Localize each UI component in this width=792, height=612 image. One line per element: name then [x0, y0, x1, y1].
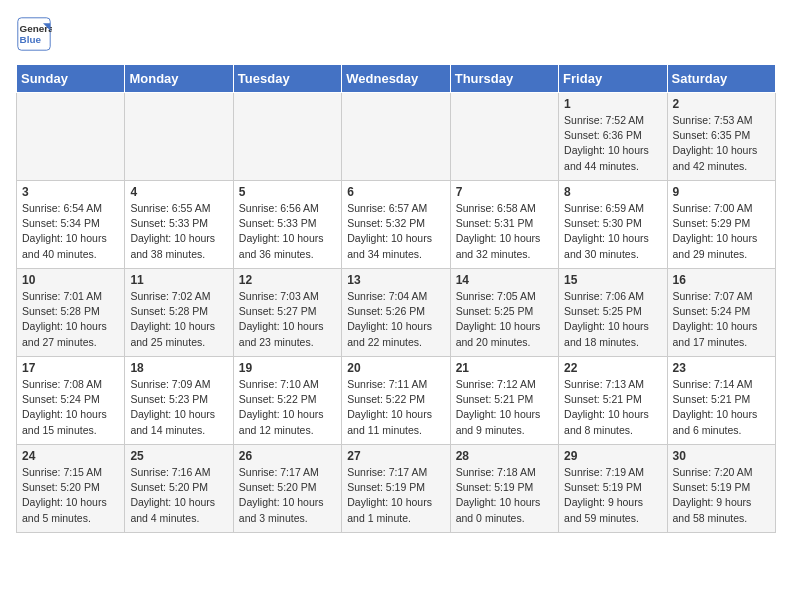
calendar-cell: 29Sunrise: 7:19 AM Sunset: 5:19 PM Dayli…: [559, 445, 667, 533]
day-number: 19: [239, 361, 336, 375]
calendar-week: 17Sunrise: 7:08 AM Sunset: 5:24 PM Dayli…: [17, 357, 776, 445]
day-number: 30: [673, 449, 770, 463]
day-number: 18: [130, 361, 227, 375]
day-info: Sunrise: 6:59 AM Sunset: 5:30 PM Dayligh…: [564, 201, 661, 262]
day-info: Sunrise: 7:17 AM Sunset: 5:19 PM Dayligh…: [347, 465, 444, 526]
day-info: Sunrise: 7:05 AM Sunset: 5:25 PM Dayligh…: [456, 289, 553, 350]
calendar-week: 3Sunrise: 6:54 AM Sunset: 5:34 PM Daylig…: [17, 181, 776, 269]
day-header: Friday: [559, 65, 667, 93]
day-info: Sunrise: 7:14 AM Sunset: 5:21 PM Dayligh…: [673, 377, 770, 438]
day-header: Sunday: [17, 65, 125, 93]
day-info: Sunrise: 6:58 AM Sunset: 5:31 PM Dayligh…: [456, 201, 553, 262]
day-info: Sunrise: 7:16 AM Sunset: 5:20 PM Dayligh…: [130, 465, 227, 526]
logo: General Blue: [16, 16, 52, 52]
calendar-cell: 19Sunrise: 7:10 AM Sunset: 5:22 PM Dayli…: [233, 357, 341, 445]
day-number: 16: [673, 273, 770, 287]
day-info: Sunrise: 7:20 AM Sunset: 5:19 PM Dayligh…: [673, 465, 770, 526]
day-number: 12: [239, 273, 336, 287]
calendar-cell: [125, 93, 233, 181]
day-number: 6: [347, 185, 444, 199]
calendar-cell: 30Sunrise: 7:20 AM Sunset: 5:19 PM Dayli…: [667, 445, 775, 533]
calendar-cell: 21Sunrise: 7:12 AM Sunset: 5:21 PM Dayli…: [450, 357, 558, 445]
day-header: Saturday: [667, 65, 775, 93]
calendar-cell: 2Sunrise: 7:53 AM Sunset: 6:35 PM Daylig…: [667, 93, 775, 181]
day-number: 8: [564, 185, 661, 199]
calendar-cell: 22Sunrise: 7:13 AM Sunset: 5:21 PM Dayli…: [559, 357, 667, 445]
svg-text:Blue: Blue: [20, 34, 42, 45]
calendar-cell: 17Sunrise: 7:08 AM Sunset: 5:24 PM Dayli…: [17, 357, 125, 445]
calendar-cell: 12Sunrise: 7:03 AM Sunset: 5:27 PM Dayli…: [233, 269, 341, 357]
day-info: Sunrise: 7:52 AM Sunset: 6:36 PM Dayligh…: [564, 113, 661, 174]
day-number: 3: [22, 185, 119, 199]
calendar-cell: 10Sunrise: 7:01 AM Sunset: 5:28 PM Dayli…: [17, 269, 125, 357]
calendar-cell: 16Sunrise: 7:07 AM Sunset: 5:24 PM Dayli…: [667, 269, 775, 357]
day-number: 11: [130, 273, 227, 287]
day-info: Sunrise: 7:00 AM Sunset: 5:29 PM Dayligh…: [673, 201, 770, 262]
day-number: 28: [456, 449, 553, 463]
day-number: 26: [239, 449, 336, 463]
day-header: Thursday: [450, 65, 558, 93]
calendar-cell: 5Sunrise: 6:56 AM Sunset: 5:33 PM Daylig…: [233, 181, 341, 269]
day-info: Sunrise: 7:15 AM Sunset: 5:20 PM Dayligh…: [22, 465, 119, 526]
calendar-cell: 26Sunrise: 7:17 AM Sunset: 5:20 PM Dayli…: [233, 445, 341, 533]
calendar-cell: 9Sunrise: 7:00 AM Sunset: 5:29 PM Daylig…: [667, 181, 775, 269]
calendar-week: 1Sunrise: 7:52 AM Sunset: 6:36 PM Daylig…: [17, 93, 776, 181]
page-header: General Blue: [16, 16, 776, 52]
calendar-cell: 25Sunrise: 7:16 AM Sunset: 5:20 PM Dayli…: [125, 445, 233, 533]
day-number: 1: [564, 97, 661, 111]
calendar-cell: 4Sunrise: 6:55 AM Sunset: 5:33 PM Daylig…: [125, 181, 233, 269]
calendar-cell: 28Sunrise: 7:18 AM Sunset: 5:19 PM Dayli…: [450, 445, 558, 533]
day-number: 10: [22, 273, 119, 287]
calendar-cell: 8Sunrise: 6:59 AM Sunset: 5:30 PM Daylig…: [559, 181, 667, 269]
day-number: 24: [22, 449, 119, 463]
day-number: 4: [130, 185, 227, 199]
day-header: Wednesday: [342, 65, 450, 93]
day-number: 7: [456, 185, 553, 199]
day-info: Sunrise: 7:13 AM Sunset: 5:21 PM Dayligh…: [564, 377, 661, 438]
day-info: Sunrise: 7:04 AM Sunset: 5:26 PM Dayligh…: [347, 289, 444, 350]
calendar-cell: 14Sunrise: 7:05 AM Sunset: 5:25 PM Dayli…: [450, 269, 558, 357]
day-info: Sunrise: 6:55 AM Sunset: 5:33 PM Dayligh…: [130, 201, 227, 262]
calendar-cell: [233, 93, 341, 181]
day-number: 13: [347, 273, 444, 287]
calendar-cell: 27Sunrise: 7:17 AM Sunset: 5:19 PM Dayli…: [342, 445, 450, 533]
calendar-cell: 20Sunrise: 7:11 AM Sunset: 5:22 PM Dayli…: [342, 357, 450, 445]
calendar-cell: 1Sunrise: 7:52 AM Sunset: 6:36 PM Daylig…: [559, 93, 667, 181]
logo-icon: General Blue: [16, 16, 52, 52]
day-number: 22: [564, 361, 661, 375]
day-info: Sunrise: 7:18 AM Sunset: 5:19 PM Dayligh…: [456, 465, 553, 526]
day-number: 20: [347, 361, 444, 375]
calendar-table: SundayMondayTuesdayWednesdayThursdayFrid…: [16, 64, 776, 533]
day-info: Sunrise: 6:57 AM Sunset: 5:32 PM Dayligh…: [347, 201, 444, 262]
calendar-cell: [450, 93, 558, 181]
day-info: Sunrise: 7:03 AM Sunset: 5:27 PM Dayligh…: [239, 289, 336, 350]
calendar-cell: 7Sunrise: 6:58 AM Sunset: 5:31 PM Daylig…: [450, 181, 558, 269]
day-info: Sunrise: 7:07 AM Sunset: 5:24 PM Dayligh…: [673, 289, 770, 350]
day-info: Sunrise: 7:17 AM Sunset: 5:20 PM Dayligh…: [239, 465, 336, 526]
calendar-cell: [17, 93, 125, 181]
day-info: Sunrise: 7:10 AM Sunset: 5:22 PM Dayligh…: [239, 377, 336, 438]
calendar-cell: 11Sunrise: 7:02 AM Sunset: 5:28 PM Dayli…: [125, 269, 233, 357]
day-info: Sunrise: 7:06 AM Sunset: 5:25 PM Dayligh…: [564, 289, 661, 350]
calendar-cell: 6Sunrise: 6:57 AM Sunset: 5:32 PM Daylig…: [342, 181, 450, 269]
day-number: 15: [564, 273, 661, 287]
day-info: Sunrise: 7:01 AM Sunset: 5:28 PM Dayligh…: [22, 289, 119, 350]
day-number: 9: [673, 185, 770, 199]
day-number: 23: [673, 361, 770, 375]
day-header: Monday: [125, 65, 233, 93]
day-number: 2: [673, 97, 770, 111]
day-info: Sunrise: 6:56 AM Sunset: 5:33 PM Dayligh…: [239, 201, 336, 262]
day-info: Sunrise: 7:11 AM Sunset: 5:22 PM Dayligh…: [347, 377, 444, 438]
day-info: Sunrise: 7:02 AM Sunset: 5:28 PM Dayligh…: [130, 289, 227, 350]
day-number: 27: [347, 449, 444, 463]
day-info: Sunrise: 7:08 AM Sunset: 5:24 PM Dayligh…: [22, 377, 119, 438]
day-number: 5: [239, 185, 336, 199]
day-number: 14: [456, 273, 553, 287]
day-info: Sunrise: 7:19 AM Sunset: 5:19 PM Dayligh…: [564, 465, 661, 526]
calendar-cell: [342, 93, 450, 181]
day-number: 21: [456, 361, 553, 375]
day-number: 17: [22, 361, 119, 375]
day-number: 25: [130, 449, 227, 463]
calendar-cell: 18Sunrise: 7:09 AM Sunset: 5:23 PM Dayli…: [125, 357, 233, 445]
day-number: 29: [564, 449, 661, 463]
